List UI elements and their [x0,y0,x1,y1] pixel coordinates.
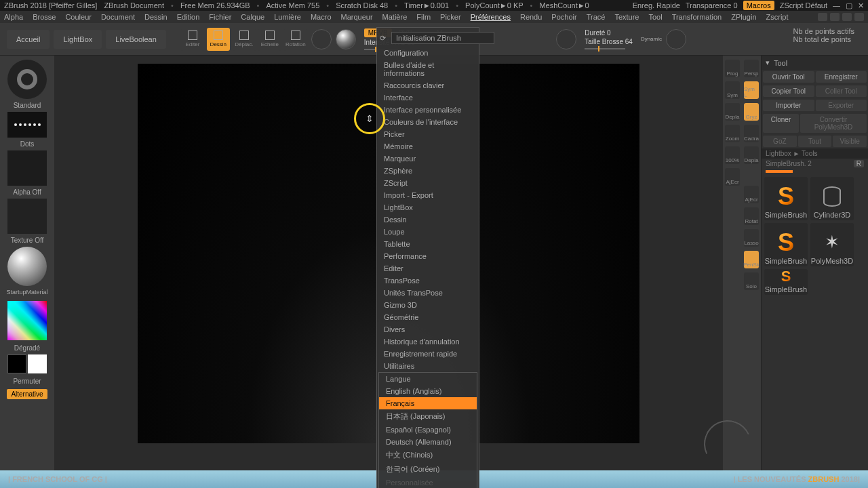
rs-deplac-icon[interactable]: Depla [725,103,740,121]
size-dial-icon[interactable] [666,29,686,49]
menu-item-divers[interactable]: Divers [377,323,479,336]
focal-dial-icon[interactable] [556,29,576,49]
mode-rotation-button[interactable]: Rotation [284,28,307,51]
menu-calque[interactable]: Calque [241,13,264,21]
rs-solo-icon[interactable]: Solo [744,272,759,290]
lightbox-tools[interactable]: Lightbox ► Tools [762,148,868,159]
menu-item-dessin[interactable]: Dessin [377,214,479,226]
rs-sym-icon[interactable]: Sym [725,81,740,99]
lang-english[interactable]: English (Anglais) [379,385,477,397]
goz-all-button[interactable]: Tout [798,136,832,147]
transparency[interactable]: Transparence 0 [686,1,738,9]
menu-item-tablette[interactable]: Tablette [377,238,479,250]
tool-thumb-simplebrush[interactable]: SSimpleBrush [764,223,808,266]
tool-thumb-simplebrush[interactable]: SSimpleBrush [764,177,808,220]
menu-item-interface-personnalis-e[interactable]: Interface personnalisée [377,104,479,116]
home-button[interactable]: Accueil [7,30,50,49]
window-max-icon[interactable]: ▢ [846,1,852,10]
rs-gryz-icon[interactable]: Gryz [744,103,759,121]
rs-zoom-icon[interactable]: Zoom [725,125,740,142]
open-tool-button[interactable]: Ouvrir Tool [763,71,814,83]
mini-icon[interactable] [854,13,864,21]
menu-tracé[interactable]: Tracé [587,13,606,21]
lang-deutsch[interactable]: Deutsch (Allemand) [379,436,477,448]
save-tool-button[interactable]: Enregistrer [816,71,867,83]
menu-dessin[interactable]: Dessin [144,13,167,21]
rs-penskc-icon[interactable]: PenSk [744,251,759,268]
menu-brosse[interactable]: Brosse [33,13,56,21]
menu-item-enregistrement-rapide[interactable]: Enregistrement rapide [377,348,479,360]
rs-ajecran-icon[interactable]: AjEcr [725,168,740,186]
menu-item-couleurs-de-l-interface[interactable]: Couleurs de l'interface [377,116,479,128]
material-ball-icon[interactable] [336,29,356,49]
export-button[interactable]: Exporter [816,100,867,111]
mode-dessin-button[interactable]: Dessin [207,28,230,51]
menu-matière[interactable]: Matière [382,13,408,21]
dynamic-toggle[interactable]: Dynamic [641,36,662,42]
menu-tool[interactable]: Tool [648,13,662,21]
liveboolean-button[interactable]: LiveBoolean [106,30,166,49]
menu-item-zscript[interactable]: ZScript [377,177,479,189]
lightbox-button[interactable]: LightBox [54,30,102,49]
material-thumb[interactable] [7,247,47,286]
make-polymesh-button[interactable]: Convertir PolyMesh3D [800,114,867,133]
rs-rotation-icon[interactable]: Rotat [744,207,759,225]
lang-한국어[interactable]: 한국어 (Coréen) [379,462,477,476]
menu-item-langue[interactable]: Langue [379,373,477,385]
tool-thumb-polymesh3d[interactable]: ✶PolyMesh3D [810,223,854,266]
mini-icon[interactable] [830,13,840,21]
menu-item-performance[interactable]: Performance [377,250,479,262]
stroke-thumb[interactable] [7,112,47,138]
menu-pochoir[interactable]: Pochoir [551,13,576,21]
brush-size-slider[interactable] [585,48,625,49]
menu-item-lightbox[interactable]: LightBox [377,201,479,214]
color-swatches[interactable] [7,354,47,373]
lang-español[interactable]: Español (Espagnol) [379,424,477,436]
mini-icon[interactable] [842,13,852,21]
menu-document[interactable]: Document [101,13,135,21]
menu-fichier[interactable]: Fichier [209,13,231,21]
rs-100%-icon[interactable]: 100% [725,146,740,164]
tool-header[interactable]: ▾Tool [762,56,868,70]
menu-item-editer[interactable]: Editer [377,262,479,274]
menu-texture[interactable]: Texture [614,13,639,21]
menu-item-zsph-re[interactable]: ZSphère [377,165,479,177]
lang-日本語[interactable]: 日本語 (Japonais) [379,409,477,424]
menu-transformation[interactable]: Transformation [672,13,722,21]
mode-editer-button[interactable]: Editer [181,28,204,51]
menu-item-bulles-d-aide-et-informations[interactable]: Bulles d'aide et informations [377,59,479,79]
menu-item-configuration[interactable]: Configuration [377,47,479,59]
hardness[interactable]: Dureté 0 [585,29,633,37]
swap-button[interactable]: Permuter [13,378,41,385]
gyro-icon[interactable] [311,29,332,49]
texture-thumb[interactable] [7,199,47,234]
rs-cadran-icon[interactable]: Cadra [744,125,759,142]
gradient-label[interactable]: Dégradé [14,344,40,352]
brush-size[interactable]: Taille Brosse 64 [585,38,633,45]
menu-item-transpose[interactable]: TransPose [377,274,479,287]
menu-lumière[interactable]: Lumière [274,13,301,21]
paste-tool-button[interactable]: Coller Tool [816,85,867,97]
color-picker[interactable] [7,301,47,340]
prefs-search-input[interactable] [391,32,494,44]
menu-item-import-export[interactable]: Import - Export [377,189,479,201]
tool-thumb-simplebrush[interactable]: SSimpleBrush [764,269,808,295]
menu-alpha[interactable]: Alpha [4,13,23,21]
clone-button[interactable]: Cloner [763,114,799,133]
menu-rendu[interactable]: Rendu [520,13,542,21]
menu-item-g-om-trie[interactable]: Géométrie [377,311,479,323]
menu-item-unit-s-transpose[interactable]: Unités TransPose [377,287,479,299]
menu-item-interface[interactable]: Interface [377,92,479,104]
alpha-thumb[interactable] [7,150,47,186]
menu-zplugin[interactable]: ZPlugin [731,13,756,21]
menu-item-historique-d-annulation[interactable]: Historique d'annulation [377,336,479,348]
r-button[interactable]: R [854,160,864,167]
alternative-button[interactable]: Alternative [7,389,47,399]
menu-item-loupe[interactable]: Loupe [377,226,479,238]
mode-déplac.-button[interactable]: Déplac. [233,28,256,51]
menu-edition[interactable]: Edition [177,13,200,21]
white-swatch[interactable] [28,354,47,373]
brush-thumb[interactable] [7,60,47,99]
reload-icon[interactable]: ⟳ [380,34,386,43]
rs-persp-icon[interactable]: Persp [744,60,759,77]
